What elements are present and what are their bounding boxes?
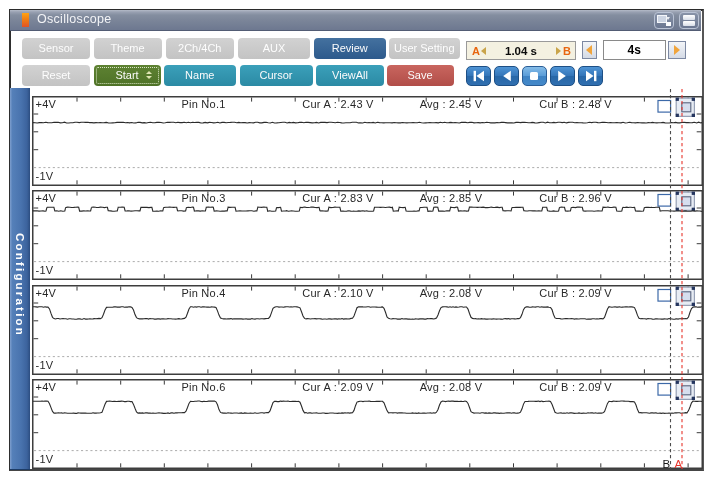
svg-text:Cur B : 2.96 V: Cur B : 2.96 V bbox=[539, 192, 612, 204]
svg-text:Cur B : 2.09 V: Cur B : 2.09 V bbox=[539, 381, 612, 393]
svg-text:-1V: -1V bbox=[35, 170, 53, 182]
svg-text:Cur A : 2.09 V: Cur A : 2.09 V bbox=[302, 381, 374, 393]
svg-text:Avg : 2.08 V: Avg : 2.08 V bbox=[419, 286, 482, 298]
svg-text:Cur A : 2.10 V: Cur A : 2.10 V bbox=[302, 286, 374, 298]
svg-text:+4V: +4V bbox=[35, 97, 56, 109]
svg-text:Cur B : 2.48 V: Cur B : 2.48 V bbox=[539, 97, 612, 109]
svg-text:+4V: +4V bbox=[35, 381, 56, 393]
svg-text:Avg : 2.08 V: Avg : 2.08 V bbox=[419, 381, 482, 393]
svg-text:-1V: -1V bbox=[35, 359, 53, 371]
svg-text:Avg : 2.85 V: Avg : 2.85 V bbox=[419, 192, 482, 204]
svg-text:Avg : 2.45 V: Avg : 2.45 V bbox=[419, 97, 482, 109]
svg-text:Cur B : 2.09 V: Cur B : 2.09 V bbox=[539, 286, 612, 298]
svg-text:A: A bbox=[674, 458, 682, 469]
svg-text:Pin No.6: Pin No.6 bbox=[181, 381, 225, 393]
svg-text:Pin No.3: Pin No.3 bbox=[181, 192, 225, 204]
svg-text:+4V: +4V bbox=[35, 192, 56, 204]
svg-text:+4V: +4V bbox=[35, 286, 56, 298]
svg-text:Pin No.4: Pin No.4 bbox=[181, 286, 225, 298]
svg-text:-1V: -1V bbox=[35, 264, 53, 276]
svg-text:Pin No.1: Pin No.1 bbox=[181, 97, 225, 109]
svg-text:Cur A : 2.83 V: Cur A : 2.83 V bbox=[302, 192, 374, 204]
svg-text:-1V: -1V bbox=[35, 453, 53, 465]
svg-text:B: B bbox=[662, 458, 670, 469]
svg-text:Cur A : 2.43 V: Cur A : 2.43 V bbox=[302, 97, 374, 109]
